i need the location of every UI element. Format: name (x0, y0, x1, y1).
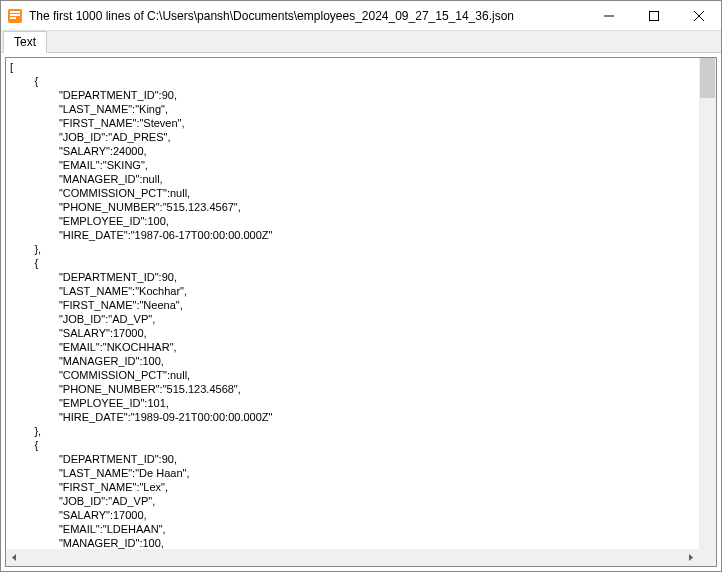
window-title: The first 1000 lines of C:\Users\pansh\D… (29, 9, 586, 23)
app-icon (7, 8, 23, 24)
scroll-left-arrow-icon[interactable] (6, 549, 23, 566)
minimize-button[interactable] (586, 1, 631, 30)
horizontal-scrollbar[interactable] (6, 549, 699, 566)
scrollbar-corner (699, 549, 716, 566)
close-button[interactable] (676, 1, 721, 30)
titlebar[interactable]: The first 1000 lines of C:\Users\pansh\D… (1, 1, 721, 31)
scroll-right-arrow-icon[interactable] (682, 549, 699, 566)
window-controls (586, 1, 721, 30)
svg-line-7 (694, 11, 704, 21)
content-box: [ { "DEPARTMENT_ID":90, "LAST_NAME":"Kin… (5, 57, 717, 567)
content-wrap: [ { "DEPARTMENT_ID":90, "LAST_NAME":"Kin… (1, 53, 721, 571)
svg-rect-3 (10, 17, 16, 19)
svg-line-6 (694, 11, 704, 21)
svg-rect-1 (10, 11, 20, 13)
json-text-viewer[interactable]: [ { "DEPARTMENT_ID":90, "LAST_NAME":"Kin… (6, 58, 699, 549)
vertical-scrollbar[interactable] (699, 58, 716, 549)
svg-rect-2 (10, 14, 20, 16)
svg-rect-5 (649, 11, 658, 20)
vertical-scrollbar-thumb[interactable] (700, 58, 715, 98)
tab-bar: Text (1, 31, 721, 53)
tab-text[interactable]: Text (3, 31, 47, 53)
maximize-button[interactable] (631, 1, 676, 30)
